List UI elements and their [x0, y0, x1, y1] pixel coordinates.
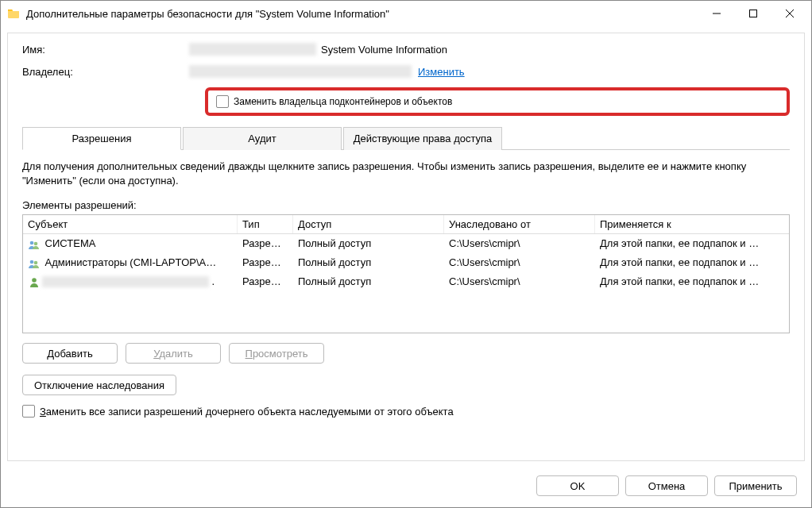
cell-inherited: C:\Users\cmipr\	[444, 253, 595, 272]
group-icon	[28, 239, 41, 250]
cell-inherited: C:\Users\cmipr\	[444, 272, 595, 291]
folder-icon	[7, 7, 20, 20]
svg-point-7	[34, 260, 38, 264]
replace-owner-checkbox[interactable]	[216, 95, 229, 108]
window-controls	[698, 2, 808, 25]
close-button[interactable]	[771, 2, 808, 25]
cell-subject: СИСТЕМА	[23, 234, 238, 253]
user-icon	[28, 276, 41, 287]
tab-effective[interactable]: Действующие права доступа	[343, 127, 502, 150]
maximize-button[interactable]	[735, 2, 771, 25]
table-row[interactable]: .Разре…Полный доступC:\Users\cmipr\Для э…	[23, 272, 789, 291]
col-applies[interactable]: Применяется к	[595, 215, 789, 233]
blurred-owner	[189, 65, 412, 78]
name-row: Имя: System Volume Information	[22, 43, 790, 56]
name-value: System Volume Information	[321, 44, 447, 56]
description-text: Для получения дополнительных сведений дв…	[22, 160, 790, 188]
cell-inherited: C:\Users\cmipr\	[444, 234, 595, 253]
content-area: Имя: System Volume Information Владелец:…	[7, 33, 805, 461]
cell-applies: Для этой папки, ее подпапок и …	[595, 272, 789, 291]
blurred-username	[42, 276, 209, 287]
blurred-path	[189, 43, 316, 56]
titlebar: Дополнительные параметры безопасности дл…	[1, 1, 811, 26]
view-button[interactable]: Просмотреть	[229, 343, 324, 364]
col-subject[interactable]: Субъект	[23, 215, 238, 233]
tab-body: Для получения дополнительных сведений дв…	[22, 150, 790, 418]
table-rows: СИСТЕМАРазре…Полный доступC:\Users\cmipr…	[23, 234, 789, 291]
dialog-buttons: OK Отмена Применить	[1, 468, 811, 507]
owner-label: Владелец:	[22, 66, 189, 78]
cell-access: Полный доступ	[293, 234, 444, 253]
name-label: Имя:	[22, 44, 189, 56]
replace-all-label: Заменить все записи разрешений дочернего…	[40, 406, 454, 418]
col-type[interactable]: Тип	[238, 215, 293, 233]
window-title: Дополнительные параметры безопасности дл…	[26, 8, 698, 20]
add-button[interactable]: Добавить	[22, 343, 118, 364]
security-dialog: Дополнительные параметры безопасности дл…	[0, 0, 812, 508]
change-owner-link[interactable]: Изменить	[418, 66, 465, 78]
apply-button[interactable]: Применить	[714, 475, 797, 496]
table-header: Субъект Тип Доступ Унаследовано от Приме…	[23, 215, 789, 234]
cell-applies: Для этой папки, ее подпапок и …	[595, 253, 789, 272]
disable-inheritance-button[interactable]: Отключение наследования	[22, 375, 176, 395]
cancel-button[interactable]: Отмена	[625, 475, 708, 496]
table-row[interactable]: СИСТЕМАРазре…Полный доступC:\Users\cmipr…	[23, 234, 789, 253]
svg-point-5	[34, 242, 38, 246]
cell-applies: Для этой папки, ее подпапок и …	[595, 234, 789, 253]
cell-subject: Администраторы (CMI-LAPTOP\А…	[23, 253, 238, 272]
permissions-table: Субъект Тип Доступ Унаследовано от Приме…	[22, 214, 790, 333]
permissions-list-label: Элементы разрешений:	[22, 199, 790, 211]
col-access[interactable]: Доступ	[293, 215, 444, 233]
cell-type: Разре…	[238, 234, 293, 253]
owner-row: Владелец: Изменить	[22, 65, 790, 78]
cell-type: Разре…	[238, 272, 293, 291]
ok-button[interactable]: OK	[536, 475, 619, 496]
cell-access: Полный доступ	[293, 272, 444, 291]
table-row[interactable]: Администраторы (CMI-LAPTOP\А…Разре…Полны…	[23, 253, 789, 272]
minimize-button[interactable]	[698, 2, 735, 25]
cell-type: Разре…	[238, 253, 293, 272]
cell-subject: .	[23, 272, 238, 291]
replace-all-row: Заменить все записи разрешений дочернего…	[22, 405, 790, 418]
tab-audit[interactable]: Аудит	[183, 127, 342, 150]
replace-owner-label: Заменить владельца подконтейнеров и объе…	[234, 96, 452, 107]
remove-button[interactable]: Удалить	[126, 343, 221, 364]
replace-owner-highlight: Заменить владельца подконтейнеров и объе…	[205, 87, 790, 116]
group-icon	[28, 258, 41, 269]
cell-access: Полный доступ	[293, 253, 444, 272]
inherit-row: Отключение наследования	[22, 375, 790, 395]
svg-rect-1	[750, 10, 757, 17]
tab-permissions[interactable]: Разрешения	[22, 127, 181, 150]
replace-all-checkbox[interactable]	[22, 405, 35, 418]
svg-point-4	[30, 241, 34, 245]
col-inherited[interactable]: Унаследовано от	[444, 215, 595, 233]
svg-point-8	[32, 278, 37, 283]
tab-strip: Разрешения Аудит Действующие права досту…	[22, 127, 790, 150]
svg-point-6	[30, 260, 34, 264]
permission-buttons: Добавить Удалить Просмотреть	[22, 343, 790, 364]
